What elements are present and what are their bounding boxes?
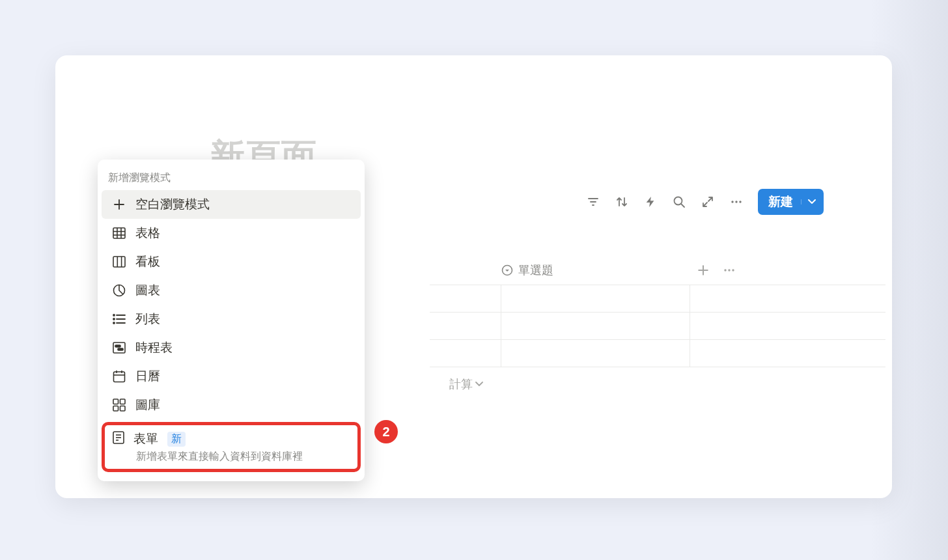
search-button[interactable] — [672, 195, 686, 209]
new-button-label: 新建 — [768, 193, 793, 210]
filter-icon — [587, 195, 600, 208]
svg-point-34 — [113, 318, 115, 320]
menu-item-list[interactable]: 列表 — [102, 305, 361, 333]
db-footer: 計算 — [430, 367, 885, 392]
database-table: 單選題 — [430, 262, 885, 392]
table-cell[interactable] — [501, 285, 690, 312]
menu-item-gallery[interactable]: 圖庫 — [102, 391, 361, 419]
more-icon — [723, 264, 736, 277]
svg-point-36 — [113, 322, 115, 324]
calendar-icon — [112, 369, 126, 384]
table-cell[interactable] — [501, 313, 690, 339]
svg-rect-47 — [113, 406, 118, 412]
svg-rect-23 — [113, 228, 125, 238]
menu-item-label: 列表 — [135, 311, 160, 328]
menu-item-blank-view[interactable]: 空白瀏覽模式 — [102, 190, 361, 219]
menu-item-label: 圖庫 — [135, 397, 160, 413]
calculate-button[interactable]: 計算 — [449, 376, 483, 392]
menu-item-label: 日曆 — [135, 368, 160, 385]
menu-item-board[interactable]: 看板 — [102, 247, 361, 276]
menu-item-label: 表格 — [135, 225, 160, 242]
svg-point-12 — [731, 201, 733, 203]
svg-rect-45 — [113, 399, 118, 404]
chart-icon — [112, 283, 126, 298]
search-icon — [673, 195, 686, 208]
table-cell[interactable] — [430, 313, 501, 339]
svg-point-20 — [732, 269, 734, 271]
more-button[interactable] — [729, 195, 744, 209]
new-button-dropdown[interactable] — [801, 199, 816, 204]
svg-point-13 — [735, 201, 737, 203]
menu-item-form-description: 新增表單來直接輸入資料到資料庫裡 — [136, 450, 350, 464]
sort-icon — [615, 195, 628, 208]
add-view-dropdown: 新增瀏覽模式 空白瀏覽模式 表格 看板 圖表 列表 時程表 — [98, 160, 365, 481]
table-row[interactable] — [430, 313, 885, 340]
menu-item-form[interactable]: 表單 新 新增表單來直接輸入資料到資料庫裡 — [102, 422, 361, 472]
menu-item-table[interactable]: 表格 — [102, 219, 361, 247]
board-icon — [112, 255, 126, 269]
svg-point-18 — [724, 269, 726, 271]
chevron-down-icon — [475, 382, 483, 387]
db-col-select-label: 單選題 — [518, 262, 553, 278]
plus-icon — [697, 264, 709, 276]
svg-point-32 — [113, 315, 115, 316]
toolbar-right: 新建 — [586, 189, 824, 215]
new-badge: 新 — [167, 432, 186, 447]
table-icon — [112, 226, 126, 240]
timeline-icon — [112, 341, 126, 355]
table-row[interactable] — [430, 285, 885, 313]
plus-icon — [112, 197, 126, 212]
sort-button[interactable] — [615, 195, 629, 209]
table-cell[interactable] — [501, 340, 690, 367]
svg-rect-48 — [120, 406, 126, 412]
svg-rect-28 — [113, 257, 125, 267]
menu-item-timeline[interactable]: 時程表 — [102, 333, 361, 362]
menu-item-label: 圖表 — [135, 282, 160, 299]
menu-item-label: 時程表 — [135, 339, 173, 356]
db-col-select[interactable]: 單選題 — [501, 262, 690, 278]
db-column-more-button[interactable] — [716, 264, 742, 277]
svg-point-14 — [739, 201, 741, 203]
svg-rect-38 — [113, 343, 125, 353]
db-header-row: 單選題 — [430, 262, 885, 285]
svg-rect-46 — [120, 399, 126, 404]
chevron-down-icon — [808, 199, 816, 204]
table-cell[interactable] — [430, 285, 501, 312]
lightning-icon — [645, 195, 656, 208]
calculate-label: 計算 — [449, 376, 473, 392]
table-cell[interactable] — [430, 340, 501, 367]
menu-item-chart[interactable]: 圖表 — [102, 276, 361, 305]
svg-point-19 — [728, 269, 730, 271]
automation-button[interactable] — [643, 195, 658, 209]
expand-icon — [701, 195, 714, 208]
gallery-icon — [112, 398, 126, 412]
svg-line-11 — [681, 204, 684, 207]
menu-item-form-label: 表單 — [133, 430, 158, 447]
select-column-icon — [501, 264, 513, 276]
menu-item-label: 空白瀏覽模式 — [135, 196, 210, 213]
svg-rect-39 — [115, 345, 120, 347]
dropdown-header: 新增瀏覽模式 — [98, 165, 365, 190]
db-add-column-button[interactable] — [690, 264, 716, 276]
form-icon — [113, 431, 124, 447]
menu-item-label: 看板 — [135, 253, 160, 270]
menu-item-calendar[interactable]: 日曆 — [102, 362, 361, 391]
annotation-badge-2: 2 — [374, 420, 398, 443]
svg-rect-41 — [114, 372, 125, 382]
svg-rect-40 — [118, 348, 123, 350]
list-icon — [112, 312, 126, 326]
filter-button[interactable] — [586, 195, 600, 209]
more-icon — [730, 195, 743, 208]
expand-button[interactable] — [701, 195, 715, 209]
new-button[interactable]: 新建 — [758, 189, 824, 215]
table-row[interactable] — [430, 340, 885, 367]
